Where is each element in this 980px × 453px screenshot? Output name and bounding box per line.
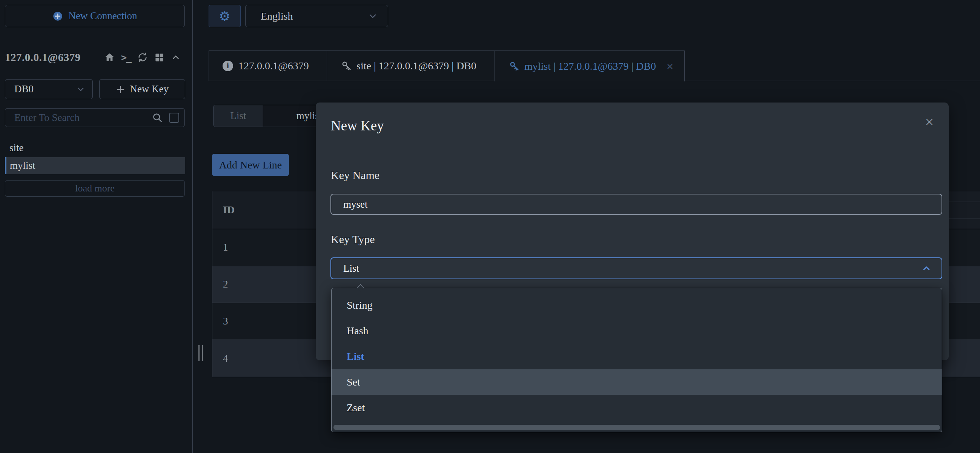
key-list-item-label: site <box>10 142 24 154</box>
connection-name[interactable]: 127.0.0.1@6379 <box>5 51 81 64</box>
key-type-dropdown: String Hash List Set Zset <box>331 288 942 432</box>
dropdown-options: String Hash List Set Zset <box>332 288 942 421</box>
key-list-item-mylist[interactable]: mylist <box>5 157 185 174</box>
tab-server-info[interactable]: i 127.0.0.1@6379 <box>208 51 327 81</box>
home-icon[interactable] <box>105 52 115 63</box>
info-icon: i <box>223 61 233 71</box>
tab-key-mylist-active[interactable]: mylist | 127.0.0.1@6379 | DB0 × <box>495 51 685 81</box>
key-type-select-value: List <box>343 263 359 274</box>
grid-icon[interactable] <box>154 52 164 63</box>
database-select[interactable]: DB0 <box>5 79 93 99</box>
new-connection-label: New Connection <box>68 10 137 22</box>
key-icon <box>509 61 520 71</box>
key-name-label: Key Name <box>331 169 379 182</box>
plus-icon: + <box>116 84 125 95</box>
refresh-icon[interactable] <box>137 52 148 63</box>
chevron-down-icon <box>368 11 378 22</box>
exact-search-checkbox[interactable] <box>169 113 179 123</box>
dialog-close-icon[interactable]: × <box>925 114 934 130</box>
language-select-value: English <box>261 10 293 22</box>
chevron-up-icon <box>921 263 932 274</box>
add-new-line-button[interactable]: Add New Line <box>212 154 289 176</box>
sidebar-resize-handle[interactable] <box>199 345 203 361</box>
settings-button[interactable]: ⚙ <box>208 5 241 27</box>
tab-key-site[interactable]: site | 127.0.0.1@6379 | DB0 <box>327 51 495 81</box>
table-right-sliver-line <box>949 219 980 219</box>
add-new-line-label: Add New Line <box>219 159 282 171</box>
option-list[interactable]: List <box>332 344 942 369</box>
key-list-item-label: mylist <box>10 160 35 171</box>
key-list-item-site[interactable]: site <box>5 140 185 156</box>
gear-icon: ⚙ <box>219 10 230 23</box>
load-more-label: load more <box>75 183 115 194</box>
connection-row: 127.0.0.1@6379 >_ <box>5 49 185 65</box>
option-zset[interactable]: Zset <box>332 395 942 421</box>
terminal-icon[interactable]: >_ <box>121 52 131 63</box>
tab-label: 127.0.0.1@6379 <box>239 60 309 72</box>
tab-label: mylist | 127.0.0.1@6379 | DB0 <box>524 60 656 72</box>
connection-actions: >_ <box>105 52 185 63</box>
key-type-tag: List <box>213 105 263 127</box>
dialog-title: New Key <box>331 117 384 134</box>
load-more-button[interactable]: load more <box>5 180 185 197</box>
tab-label: site | 127.0.0.1@6379 | DB0 <box>356 60 476 72</box>
new-connection-button[interactable]: New Connection <box>5 5 185 27</box>
new-key-button-label: New Key <box>130 83 169 95</box>
new-key-button[interactable]: + New Key <box>99 79 185 99</box>
chevron-down-icon <box>76 84 86 94</box>
key-icon <box>341 61 352 71</box>
table-right-sliver-line <box>949 202 980 202</box>
key-name-input[interactable] <box>331 194 942 215</box>
option-set[interactable]: Set <box>332 369 942 395</box>
key-search-input[interactable] <box>14 112 152 124</box>
tab-close-icon[interactable]: × <box>667 60 673 72</box>
app-window: New Connection 127.0.0.1@6379 >_ <box>0 0 980 453</box>
circle-plus-icon <box>52 11 63 22</box>
search-icon[interactable] <box>152 112 163 123</box>
key-type-select[interactable]: List <box>331 257 942 279</box>
key-search-box <box>5 108 185 127</box>
database-select-value: DB0 <box>14 83 33 95</box>
sidebar-divider <box>192 0 193 453</box>
key-type-label: Key Type <box>331 233 375 246</box>
option-hash[interactable]: Hash <box>332 318 942 344</box>
dropdown-scrollbar-thumb[interactable] <box>334 425 940 430</box>
collapse-chevron-icon[interactable] <box>171 52 181 62</box>
option-string[interactable]: String <box>332 293 942 318</box>
language-select[interactable]: English <box>245 5 388 27</box>
